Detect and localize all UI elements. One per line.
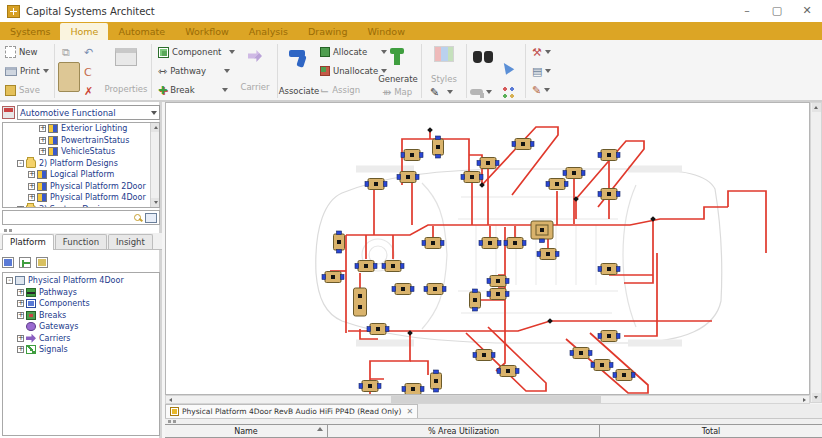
- platform-tree-item[interactable]: +Carriers: [3, 333, 159, 345]
- expander-icon[interactable]: +: [17, 346, 24, 353]
- component-node[interactable]: [397, 172, 419, 183]
- search-icon[interactable]: [133, 213, 143, 223]
- expander-icon[interactable]: +: [39, 137, 46, 144]
- design-tree-item[interactable]: +Logical Platform: [3, 169, 159, 181]
- maximize-button[interactable]: ▢: [762, 0, 792, 20]
- minimize-button[interactable]: –: [732, 0, 762, 20]
- undo-button[interactable]: ↶: [84, 44, 93, 60]
- component-node[interactable]: [431, 370, 442, 392]
- component-node[interactable]: [598, 189, 620, 200]
- component-node[interactable]: [365, 179, 387, 190]
- component-node[interactable]: [382, 261, 404, 272]
- key-tool-button[interactable]: [470, 84, 492, 100]
- search-input[interactable]: [3, 211, 133, 224]
- tool-screen-button[interactable]: ▤: [532, 63, 551, 79]
- break-dropdown-icon[interactable]: [222, 88, 228, 92]
- component-node[interactable]: [512, 139, 534, 150]
- tab-platform[interactable]: Platform: [2, 234, 54, 250]
- properties-button[interactable]: Properties: [103, 48, 149, 94]
- component-node[interactable]: [461, 172, 483, 183]
- wrench-dropdown-icon[interactable]: [545, 50, 551, 54]
- view-options-icon[interactable]: [145, 213, 157, 223]
- expander-icon[interactable]: +: [39, 148, 46, 155]
- print-button[interactable]: Print: [5, 63, 49, 79]
- component-node[interactable]: [487, 276, 509, 287]
- scroll-right-icon[interactable]: [800, 396, 809, 403]
- associate-button[interactable]: Associate: [281, 46, 317, 96]
- color-grid-button[interactable]: [502, 84, 515, 103]
- design-tree-item[interactable]: +Exterior Lighting: [3, 123, 159, 135]
- tab-systems[interactable]: Systems: [0, 22, 60, 40]
- component-node[interactable]: [473, 350, 495, 361]
- component-node[interactable]: [433, 136, 444, 158]
- canvas-horizontal-scrollbar[interactable]: [165, 395, 810, 404]
- design-tree-item[interactable]: -2) Platform Designs: [3, 158, 159, 170]
- break-button[interactable]: ✚Break: [158, 82, 228, 98]
- column-header-total[interactable]: Total: [600, 425, 822, 438]
- select-button[interactable]: [502, 58, 512, 77]
- tool-pen-button[interactable]: ✎: [532, 82, 550, 98]
- scroll-left-icon[interactable]: [166, 396, 175, 403]
- design-tree-item[interactable]: +Physical Platform 2Door: [3, 181, 159, 193]
- component-node[interactable]: [402, 384, 424, 395]
- pen-dropdown-icon[interactable]: [544, 88, 550, 92]
- component-node[interactable]: [322, 272, 344, 283]
- column-header-name[interactable]: Name: [165, 425, 328, 438]
- design-canvas[interactable]: [165, 102, 810, 395]
- copy-button[interactable]: ⧉: [62, 44, 70, 60]
- tab-close-icon[interactable]: ✕: [406, 407, 413, 416]
- expander-icon[interactable]: +: [17, 300, 24, 307]
- new-button[interactable]: New: [5, 44, 38, 60]
- design-selector-combobox[interactable]: Automotive Functional: [17, 105, 160, 120]
- component-dropdown-icon[interactable]: [229, 50, 235, 54]
- component-node[interactable]: [392, 284, 414, 295]
- component-node[interactable]: [367, 324, 389, 335]
- platform-tree-item[interactable]: +Signals: [3, 344, 159, 356]
- expander-icon[interactable]: +: [28, 171, 35, 178]
- component-node[interactable]: [470, 289, 481, 311]
- platform-tree-item[interactable]: +Components: [3, 298, 159, 310]
- component-node[interactable]: [563, 168, 585, 179]
- screen-dropdown-icon[interactable]: [545, 69, 551, 73]
- component-node[interactable]: [546, 179, 568, 190]
- expander-icon[interactable]: +: [39, 125, 46, 132]
- platform-tree-item[interactable]: +Pathways: [3, 287, 159, 299]
- tab-drawing[interactable]: Drawing: [298, 22, 358, 40]
- design-tree-item[interactable]: +3) System Designs: [3, 204, 159, 209]
- platform-tree-item[interactable]: -Physical Platform 4Door: [3, 275, 159, 287]
- design-tree-item[interactable]: +PowertrainStatus: [3, 135, 159, 147]
- tab-window[interactable]: Window: [357, 22, 414, 40]
- expander-icon[interactable]: -: [17, 160, 24, 167]
- key-dropdown-icon[interactable]: [486, 90, 492, 94]
- component-node[interactable]: [537, 249, 559, 260]
- tree-scrollbar[interactable]: [150, 123, 159, 207]
- expander-icon[interactable]: +: [28, 183, 35, 190]
- expander-icon[interactable]: -: [6, 277, 13, 284]
- close-button[interactable]: ✕: [792, 0, 822, 20]
- scroll-down-icon[interactable]: [812, 393, 821, 402]
- scroll-up-icon[interactable]: [812, 103, 821, 112]
- grid-view-icon[interactable]: [36, 257, 48, 268]
- tab-workflow[interactable]: Workflow: [175, 22, 239, 40]
- component-node[interactable]: [613, 370, 635, 381]
- component-node[interactable]: [504, 238, 526, 249]
- component-node[interactable]: [598, 331, 620, 342]
- component-node[interactable]: [359, 381, 381, 392]
- component-node[interactable]: [424, 284, 446, 295]
- component-node[interactable]: [591, 360, 613, 371]
- component-node[interactable]: [487, 289, 509, 300]
- expander-icon[interactable]: +: [17, 206, 24, 208]
- expander-icon[interactable]: +: [17, 335, 24, 342]
- component-node[interactable]: [477, 158, 499, 169]
- component-node[interactable]: [531, 221, 553, 243]
- tab-home[interactable]: Home: [60, 23, 108, 40]
- scroll-down-icon[interactable]: [151, 198, 160, 207]
- component-button[interactable]: Component: [158, 44, 235, 60]
- component-node[interactable]: [334, 231, 345, 253]
- print-dropdown-icon[interactable]: [43, 69, 49, 73]
- format-pen-button[interactable]: ✎: [430, 84, 453, 100]
- canvas-vertical-scrollbar[interactable]: [810, 102, 822, 403]
- expander-icon[interactable]: +: [28, 194, 35, 201]
- pathway-button[interactable]: ⇿Pathway: [158, 63, 230, 79]
- platform-tree-item[interactable]: Gateways: [3, 321, 159, 333]
